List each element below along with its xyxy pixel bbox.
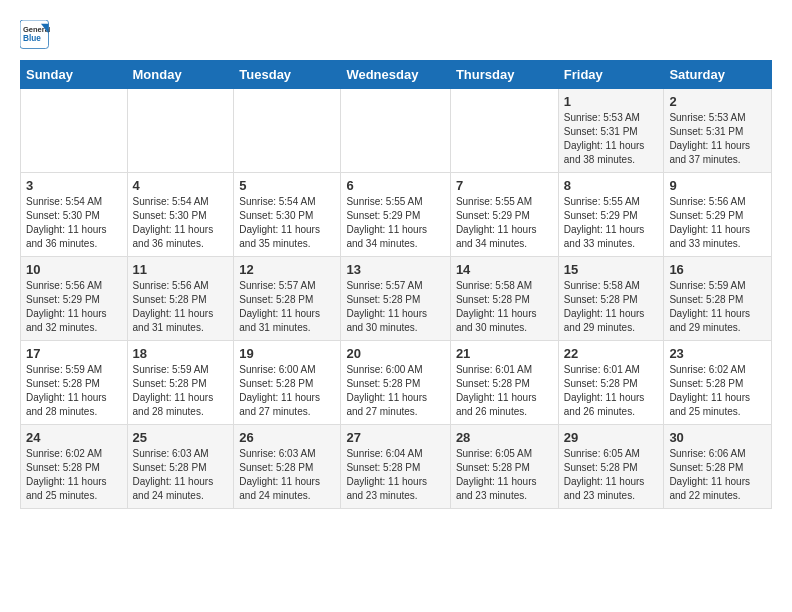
day-number: 29 <box>564 430 659 445</box>
day-info: Sunrise: 6:00 AM Sunset: 5:28 PM Dayligh… <box>239 363 335 419</box>
day-cell: 5Sunrise: 5:54 AM Sunset: 5:30 PM Daylig… <box>234 173 341 257</box>
week-row-1: 1Sunrise: 5:53 AM Sunset: 5:31 PM Daylig… <box>21 89 772 173</box>
day-cell: 13Sunrise: 5:57 AM Sunset: 5:28 PM Dayli… <box>341 257 450 341</box>
day-cell: 17Sunrise: 5:59 AM Sunset: 5:28 PM Dayli… <box>21 341 128 425</box>
page: General Blue SundayMondayTuesdayWednesda… <box>0 0 792 519</box>
day-number: 14 <box>456 262 553 277</box>
week-row-5: 24Sunrise: 6:02 AM Sunset: 5:28 PM Dayli… <box>21 425 772 509</box>
day-cell: 2Sunrise: 5:53 AM Sunset: 5:31 PM Daylig… <box>664 89 772 173</box>
day-info: Sunrise: 5:56 AM Sunset: 5:29 PM Dayligh… <box>669 195 766 251</box>
day-cell: 10Sunrise: 5:56 AM Sunset: 5:29 PM Dayli… <box>21 257 128 341</box>
day-info: Sunrise: 5:55 AM Sunset: 5:29 PM Dayligh… <box>346 195 444 251</box>
day-number: 9 <box>669 178 766 193</box>
day-cell: 30Sunrise: 6:06 AM Sunset: 5:28 PM Dayli… <box>664 425 772 509</box>
day-info: Sunrise: 5:58 AM Sunset: 5:28 PM Dayligh… <box>564 279 659 335</box>
day-number: 30 <box>669 430 766 445</box>
weekday-header-sunday: Sunday <box>21 61 128 89</box>
day-number: 16 <box>669 262 766 277</box>
day-cell: 22Sunrise: 6:01 AM Sunset: 5:28 PM Dayli… <box>558 341 664 425</box>
day-info: Sunrise: 6:01 AM Sunset: 5:28 PM Dayligh… <box>564 363 659 419</box>
day-number: 21 <box>456 346 553 361</box>
day-number: 4 <box>133 178 229 193</box>
day-cell: 24Sunrise: 6:02 AM Sunset: 5:28 PM Dayli… <box>21 425 128 509</box>
day-number: 23 <box>669 346 766 361</box>
day-number: 27 <box>346 430 444 445</box>
day-cell: 1Sunrise: 5:53 AM Sunset: 5:31 PM Daylig… <box>558 89 664 173</box>
weekday-row: SundayMondayTuesdayWednesdayThursdayFrid… <box>21 61 772 89</box>
weekday-header-saturday: Saturday <box>664 61 772 89</box>
day-cell: 27Sunrise: 6:04 AM Sunset: 5:28 PM Dayli… <box>341 425 450 509</box>
day-cell <box>234 89 341 173</box>
day-info: Sunrise: 6:03 AM Sunset: 5:28 PM Dayligh… <box>133 447 229 503</box>
day-cell: 14Sunrise: 5:58 AM Sunset: 5:28 PM Dayli… <box>450 257 558 341</box>
day-cell: 9Sunrise: 5:56 AM Sunset: 5:29 PM Daylig… <box>664 173 772 257</box>
day-info: Sunrise: 6:05 AM Sunset: 5:28 PM Dayligh… <box>564 447 659 503</box>
day-info: Sunrise: 6:05 AM Sunset: 5:28 PM Dayligh… <box>456 447 553 503</box>
week-row-2: 3Sunrise: 5:54 AM Sunset: 5:30 PM Daylig… <box>21 173 772 257</box>
calendar-header: SundayMondayTuesdayWednesdayThursdayFrid… <box>21 61 772 89</box>
day-number: 19 <box>239 346 335 361</box>
day-cell: 4Sunrise: 5:54 AM Sunset: 5:30 PM Daylig… <box>127 173 234 257</box>
day-cell: 29Sunrise: 6:05 AM Sunset: 5:28 PM Dayli… <box>558 425 664 509</box>
day-number: 13 <box>346 262 444 277</box>
day-info: Sunrise: 5:59 AM Sunset: 5:28 PM Dayligh… <box>26 363 122 419</box>
header: General Blue <box>20 20 772 50</box>
day-number: 3 <box>26 178 122 193</box>
day-number: 24 <box>26 430 122 445</box>
day-number: 8 <box>564 178 659 193</box>
day-number: 18 <box>133 346 229 361</box>
day-cell: 18Sunrise: 5:59 AM Sunset: 5:28 PM Dayli… <box>127 341 234 425</box>
day-number: 17 <box>26 346 122 361</box>
logo-icon: General Blue <box>20 20 50 50</box>
day-number: 12 <box>239 262 335 277</box>
day-info: Sunrise: 6:04 AM Sunset: 5:28 PM Dayligh… <box>346 447 444 503</box>
day-cell: 16Sunrise: 5:59 AM Sunset: 5:28 PM Dayli… <box>664 257 772 341</box>
day-info: Sunrise: 6:06 AM Sunset: 5:28 PM Dayligh… <box>669 447 766 503</box>
day-info: Sunrise: 6:01 AM Sunset: 5:28 PM Dayligh… <box>456 363 553 419</box>
day-cell <box>127 89 234 173</box>
day-number: 15 <box>564 262 659 277</box>
day-info: Sunrise: 5:58 AM Sunset: 5:28 PM Dayligh… <box>456 279 553 335</box>
week-row-3: 10Sunrise: 5:56 AM Sunset: 5:29 PM Dayli… <box>21 257 772 341</box>
weekday-header-tuesday: Tuesday <box>234 61 341 89</box>
logo: General Blue <box>20 20 54 50</box>
day-cell: 11Sunrise: 5:56 AM Sunset: 5:28 PM Dayli… <box>127 257 234 341</box>
day-info: Sunrise: 5:55 AM Sunset: 5:29 PM Dayligh… <box>456 195 553 251</box>
day-number: 11 <box>133 262 229 277</box>
day-number: 5 <box>239 178 335 193</box>
weekday-header-wednesday: Wednesday <box>341 61 450 89</box>
day-info: Sunrise: 5:56 AM Sunset: 5:29 PM Dayligh… <box>26 279 122 335</box>
day-number: 25 <box>133 430 229 445</box>
day-info: Sunrise: 6:00 AM Sunset: 5:28 PM Dayligh… <box>346 363 444 419</box>
day-cell: 19Sunrise: 6:00 AM Sunset: 5:28 PM Dayli… <box>234 341 341 425</box>
day-cell: 26Sunrise: 6:03 AM Sunset: 5:28 PM Dayli… <box>234 425 341 509</box>
weekday-header-monday: Monday <box>127 61 234 89</box>
day-number: 28 <box>456 430 553 445</box>
day-info: Sunrise: 5:57 AM Sunset: 5:28 PM Dayligh… <box>346 279 444 335</box>
day-number: 22 <box>564 346 659 361</box>
day-number: 2 <box>669 94 766 109</box>
day-info: Sunrise: 6:02 AM Sunset: 5:28 PM Dayligh… <box>26 447 122 503</box>
day-info: Sunrise: 5:59 AM Sunset: 5:28 PM Dayligh… <box>669 279 766 335</box>
day-info: Sunrise: 6:03 AM Sunset: 5:28 PM Dayligh… <box>239 447 335 503</box>
day-info: Sunrise: 5:55 AM Sunset: 5:29 PM Dayligh… <box>564 195 659 251</box>
day-cell: 12Sunrise: 5:57 AM Sunset: 5:28 PM Dayli… <box>234 257 341 341</box>
day-number: 10 <box>26 262 122 277</box>
day-number: 20 <box>346 346 444 361</box>
day-info: Sunrise: 5:53 AM Sunset: 5:31 PM Dayligh… <box>564 111 659 167</box>
day-cell <box>21 89 128 173</box>
day-info: Sunrise: 5:57 AM Sunset: 5:28 PM Dayligh… <box>239 279 335 335</box>
day-cell: 3Sunrise: 5:54 AM Sunset: 5:30 PM Daylig… <box>21 173 128 257</box>
day-cell <box>450 89 558 173</box>
day-cell: 21Sunrise: 6:01 AM Sunset: 5:28 PM Dayli… <box>450 341 558 425</box>
day-cell: 23Sunrise: 6:02 AM Sunset: 5:28 PM Dayli… <box>664 341 772 425</box>
day-cell: 8Sunrise: 5:55 AM Sunset: 5:29 PM Daylig… <box>558 173 664 257</box>
day-cell: 6Sunrise: 5:55 AM Sunset: 5:29 PM Daylig… <box>341 173 450 257</box>
day-cell <box>341 89 450 173</box>
week-row-4: 17Sunrise: 5:59 AM Sunset: 5:28 PM Dayli… <box>21 341 772 425</box>
day-info: Sunrise: 6:02 AM Sunset: 5:28 PM Dayligh… <box>669 363 766 419</box>
weekday-header-thursday: Thursday <box>450 61 558 89</box>
day-cell: 15Sunrise: 5:58 AM Sunset: 5:28 PM Dayli… <box>558 257 664 341</box>
calendar-table: SundayMondayTuesdayWednesdayThursdayFrid… <box>20 60 772 509</box>
day-info: Sunrise: 5:54 AM Sunset: 5:30 PM Dayligh… <box>133 195 229 251</box>
